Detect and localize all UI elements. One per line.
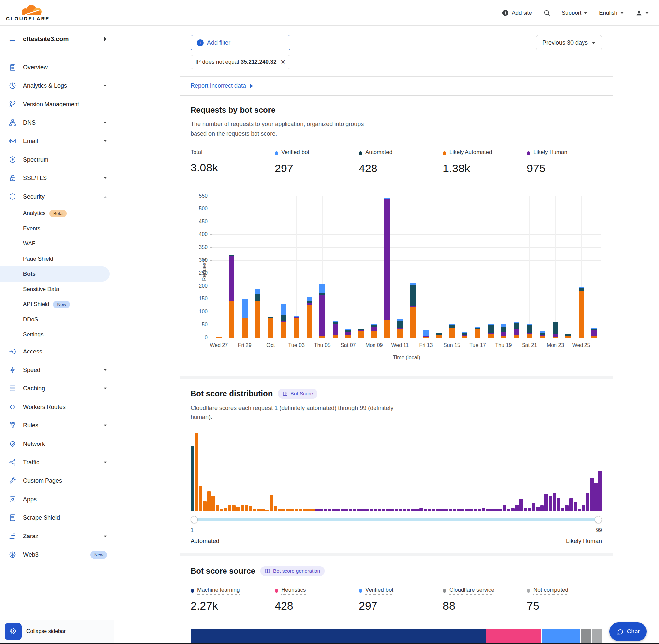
add-filter-button[interactable]: + Add filter [191,35,290,50]
sidebar-item-web3[interactable]: Web3New [0,546,114,564]
histogram-bar [328,509,332,511]
stat-label[interactable]: Cloudflare service [449,586,494,595]
bar-segment [462,336,468,338]
bar-segment [488,325,494,334]
search-button[interactable] [543,9,550,17]
histogram-bar [424,509,427,511]
chevron-down-icon [103,369,107,371]
sidebar-item-security[interactable]: Security [0,187,114,206]
site-switcher-caret-icon[interactable] [104,37,107,41]
sidebar-item-network[interactable]: Network [0,435,114,453]
sidebar-item-speed[interactable]: Speed [0,361,114,379]
bar-segment [449,325,455,328]
bar-segment [320,293,325,296]
sidebar-item-caching[interactable]: Caching [0,379,114,398]
sidebar-item-ddos[interactable]: DDoS [0,312,114,327]
sidebar-item-traffic[interactable]: Traffic [0,453,114,472]
x-axis-tick: Fri 29 [238,342,252,348]
stat-label[interactable]: Automated [365,149,392,157]
bot-score-badge[interactable]: Bot Score [278,389,317,399]
chat-button[interactable]: Chat [609,622,647,641]
stat-label[interactable]: Heuristics [281,586,306,595]
account-menu[interactable] [635,9,649,17]
sidebar-item-analytics[interactable]: AnalyticsBeta [0,206,114,221]
web3-icon [8,551,17,558]
stat-label[interactable]: Machine learning [197,586,240,595]
remove-filter-icon[interactable]: ✕ [280,59,285,66]
sidebar-item-sensitive-data[interactable]: Sensitive Data [0,282,114,297]
stat-value: 75 [527,599,602,612]
slider-handle-max[interactable] [595,516,602,523]
support-menu[interactable]: Support [562,9,588,16]
bar-segment [449,328,455,338]
bar-segment [371,331,377,338]
report-incorrect-data-link[interactable]: Report incorrect data [191,83,253,89]
sidebar-item-bots[interactable]: Bots [0,267,110,282]
sidebar-item-settings[interactable]: Settings [0,327,114,342]
chevron-down-icon [103,177,107,179]
sidebar-item-custom-pages[interactable]: Custom Pages [0,472,114,490]
histogram-bar [286,509,290,511]
sidebar-item-events[interactable]: Events [0,221,114,236]
stat-value: 297 [359,599,434,612]
histogram-bar [453,509,456,511]
sidebar-item-email[interactable]: Email [0,132,114,151]
legend-dot-icon [275,151,278,155]
bar-segment [242,318,248,338]
sidebar-item-page-shield[interactable]: Page Shield [0,251,114,267]
collapse-sidebar-button[interactable]: Collapse sidebar [26,628,66,635]
sidebar-item-label: DDoS [23,316,38,323]
sidebar-item-ssl-tls[interactable]: SSL/TLS [0,169,114,187]
stat-heuristics: Heuristics428 [266,585,350,618]
bar-segment [501,336,507,338]
histogram-bar [457,509,461,511]
sidebar-item-label: Security [23,193,97,200]
sidebar-item-overview[interactable]: Overview [0,58,114,76]
section-title: Bot score distribution [191,389,273,398]
sidebar-item-workers-routes[interactable]: Workers Routes [0,398,114,416]
y-axis-tick: 250 [199,270,208,276]
sidebar-item-label: Zaraz [23,533,97,540]
bot-score-generation-badge[interactable]: Bot score generation [260,566,325,576]
sidebar-item-label: Network [23,440,107,447]
histogram-bar [594,483,598,512]
stat-label[interactable]: Verified bot [365,586,393,595]
sidebar-item-apps[interactable]: Apps [0,490,114,508]
histogram-bar [249,506,253,512]
back-arrow-icon[interactable]: ← [8,34,17,43]
sidebar-item-analytics-logs[interactable]: Analytics & Logs [0,76,114,95]
bar-segment [397,319,403,321]
bar-segment [514,335,519,338]
cloudflare-logo[interactable]: CLOUDFLARE [6,4,55,21]
bar-segment [552,322,558,322]
sidebar-item-api-shield[interactable]: API ShieldNew [0,297,114,312]
sidebar-item-dns[interactable]: DNS [0,113,114,132]
stat-label[interactable]: Likely Human [534,149,567,157]
stat-label[interactable]: Not computed [534,586,568,595]
histogram-bar [244,505,248,511]
x-axis-tick: Thu 19 [495,342,512,348]
bar-segment [540,335,545,336]
add-site-button[interactable]: Add site [502,9,532,17]
histogram-bar [465,509,469,511]
histogram-bar [353,509,356,511]
stat-label[interactable]: Verified bot [281,149,309,157]
histogram-bar [299,509,302,511]
sidebar-item-scrape-shield[interactable]: Scrape Shield [0,508,114,527]
sidebar-item-version-management[interactable]: Version Management [0,95,114,113]
stat-label[interactable]: Likely Automated [449,149,492,157]
bar-segment [333,321,338,322]
sidebar-item-zaraz[interactable]: Zaraz [0,527,114,546]
bar-segment [591,329,597,330]
date-range-dropdown[interactable]: Previous 30 days [536,35,602,50]
bar-segment [514,329,519,335]
quick-settings-button[interactable]: ⚙ [5,623,22,640]
sidebar-item-access[interactable]: Access [0,342,114,361]
sidebar-item-spectrum[interactable]: Spectrum [0,151,114,169]
sidebar-item-waf[interactable]: WAF [0,236,114,251]
language-menu[interactable]: English [599,9,624,16]
slider-handle-min[interactable] [191,516,198,523]
histogram-bar [411,509,415,511]
sidebar-item-rules[interactable]: Rules [0,416,114,435]
bar-segment [579,288,584,291]
